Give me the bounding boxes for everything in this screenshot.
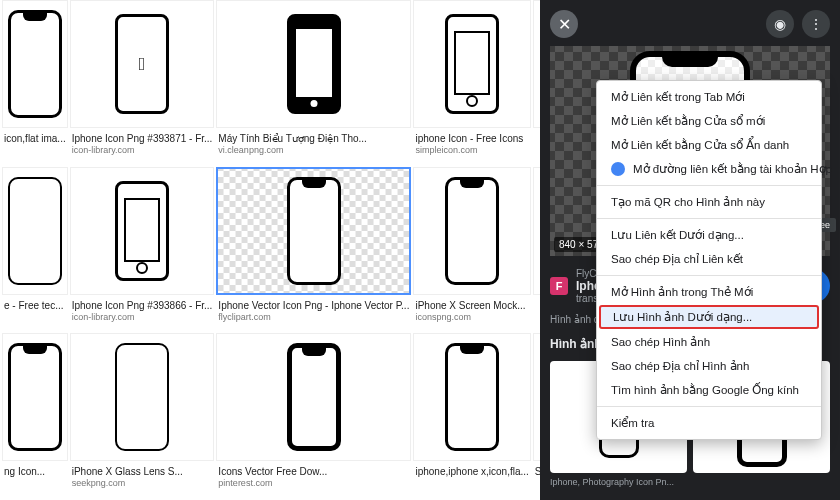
result-thumbnail[interactable]: iPhone X Glass Lens S...seekpng.com [70, 333, 215, 498]
result-thumbnail[interactable]: Iphone Vector Icon Png - Iphone Vector P… [216, 167, 411, 332]
thumb-title: iPhone X Screen Mock... [415, 299, 528, 312]
thumb-title: e - Free tec... [4, 299, 66, 312]
result-thumbnail[interactable]: e - Free tec... [2, 167, 68, 332]
thumb-title: Máy Tính Biểu Tượng Điện Tho... [218, 132, 409, 145]
context-save-image-as[interactable]: Lưu Hình ảnh Dưới dạng... [599, 305, 819, 329]
menu-divider [597, 275, 821, 276]
context-inspect[interactable]: Kiểm tra [597, 411, 821, 435]
context-open-link-incognito[interactable]: Mở Liên kết bằng Cửa sổ Ẩn danh [597, 133, 821, 157]
result-thumbnail[interactable]: iphone Icon - Free Iconssimpleicon.com [413, 0, 530, 165]
thumb-source: simpleicon.com [415, 145, 528, 157]
result-thumbnail[interactable]: iPhone X Screen Mock...iconspng.com [413, 167, 530, 332]
result-thumbnail[interactable]: iphone,iphone x,icon,fla... [413, 333, 530, 498]
thumb-source: icon-library.com [72, 145, 213, 157]
context-save-link-as[interactable]: Lưu Liên kết Dưới dạng... [597, 223, 821, 247]
account-avatar-icon [611, 162, 625, 176]
thumb-source: icon-library.com [72, 312, 213, 324]
image-detail-panel: ✕ ◉ ⋮ 840 × 572 Free F FlyClipart Iphone… [540, 0, 840, 500]
result-thumbnail[interactable]: Máy Tính Biểu Tượng Điện Tho...vi.cleanp… [216, 0, 411, 165]
menu-divider [597, 406, 821, 407]
thumb-source: pinterest.com [218, 478, 409, 490]
lens-icon: ◉ [774, 16, 786, 32]
result-thumbnail[interactable]: Icons Vector Free Dow...pinterest.com [216, 333, 411, 498]
thumb-title: Iphone Vector Icon Png - Iphone Vector P… [218, 299, 409, 312]
result-thumbnail[interactable]: Smartphone Iphone Ve... [533, 333, 540, 498]
context-open-link-as-account[interactable]: Mở đường liên kết bằng tài khoản Hợp [597, 157, 821, 181]
thumb-source: vi.cleanpng.com [218, 145, 409, 157]
context-open-link-new-window[interactable]: Mở Liên kết bằng Cửa sổ mới [597, 109, 821, 133]
thumb-source: seekpng.com [72, 478, 213, 490]
thumb-title: Iphone Icon Png #393871 - Fr... [72, 132, 213, 145]
related-caption: Iphone, Photography Icon Pn... [550, 477, 687, 487]
context-open-image-new-tab[interactable]: Mở Hình ảnh trong Thẻ Mới [597, 280, 821, 304]
close-icon: ✕ [558, 15, 571, 34]
more-vertical-icon: ⋮ [809, 16, 823, 32]
thumb-title: Icons Vector Free Dow... [218, 465, 409, 478]
site-favicon: F [550, 277, 568, 295]
context-copy-image[interactable]: Sao chép Hình ảnh [597, 330, 821, 354]
context-copy-link-address[interactable]: Sao chép Địa chỉ Liên kết [597, 247, 821, 271]
result-thumbnail[interactable] [533, 167, 540, 332]
context-create-qr[interactable]: Tạo mã QR cho Hình ảnh này [597, 190, 821, 214]
thumb-title: icon,flat ima... [4, 132, 66, 145]
thumb-source: iconspng.com [415, 312, 528, 324]
result-thumbnail[interactable]: ng Icon... [2, 333, 68, 498]
context-search-image-lens[interactable]: Tìm hình ảnh bằng Google Ống kính [597, 378, 821, 402]
menu-divider [597, 185, 821, 186]
thumb-source: flyclipart.com [218, 312, 409, 324]
thumb-title: iphone,iphone x,icon,fla... [415, 465, 528, 478]
menu-divider [597, 218, 821, 219]
context-copy-image-address[interactable]: Sao chép Địa chỉ Hình ảnh [597, 354, 821, 378]
close-button[interactable]: ✕ [550, 10, 578, 38]
thumb-title: iphone Icon - Free Icons [415, 132, 528, 145]
context-menu: Mở Liên kết trong Tab Mới Mở Liên kết bằ… [596, 80, 822, 440]
more-button[interactable]: ⋮ [802, 10, 830, 38]
result-thumbnail[interactable]: icon,flat ima... [2, 0, 68, 165]
result-thumbnail[interactable]: Iphone Icon Png #393871 - Fr...icon-libr… [70, 0, 215, 165]
thumb-title: ng Icon... [4, 465, 66, 478]
context-open-link-new-tab[interactable]: Mở Liên kết trong Tab Mới [597, 85, 821, 109]
thumb-title: Iphone Icon Png #393866 - Fr... [72, 299, 213, 312]
result-thumbnail[interactable] [533, 0, 540, 165]
image-results-grid: icon,flat ima... Iphone Icon Png #393871… [0, 0, 540, 500]
thumb-title: iPhone X Glass Lens S... [72, 465, 213, 478]
lens-button[interactable]: ◉ [766, 10, 794, 38]
result-thumbnail[interactable]: Iphone Icon Png #393866 - Fr...icon-libr… [70, 167, 215, 332]
